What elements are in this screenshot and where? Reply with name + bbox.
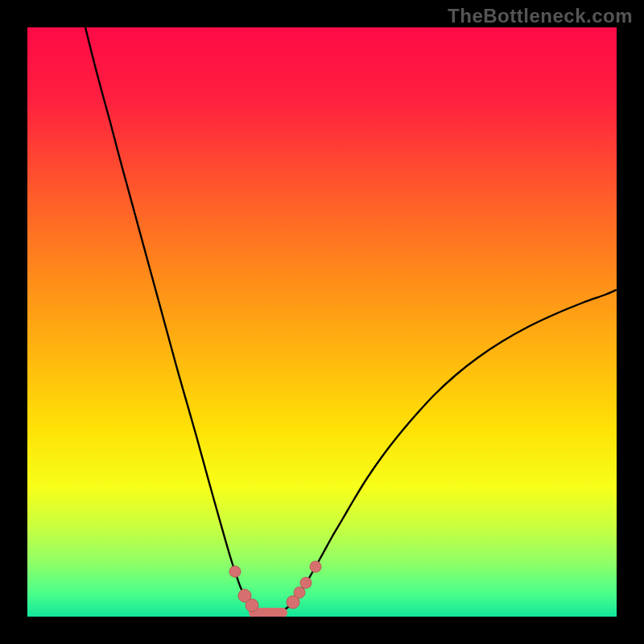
dot-marker (229, 566, 241, 577)
dot-marker (300, 577, 312, 588)
chart-frame: TheBottleneck.com (0, 0, 644, 644)
dot-marker (294, 587, 305, 598)
dot-marker (310, 561, 321, 572)
gradient-background (27, 27, 617, 617)
plot-area (27, 27, 617, 617)
chart-svg (27, 27, 617, 617)
dot-marker (246, 599, 258, 612)
watermark-text: TheBottleneck.com (448, 5, 633, 27)
